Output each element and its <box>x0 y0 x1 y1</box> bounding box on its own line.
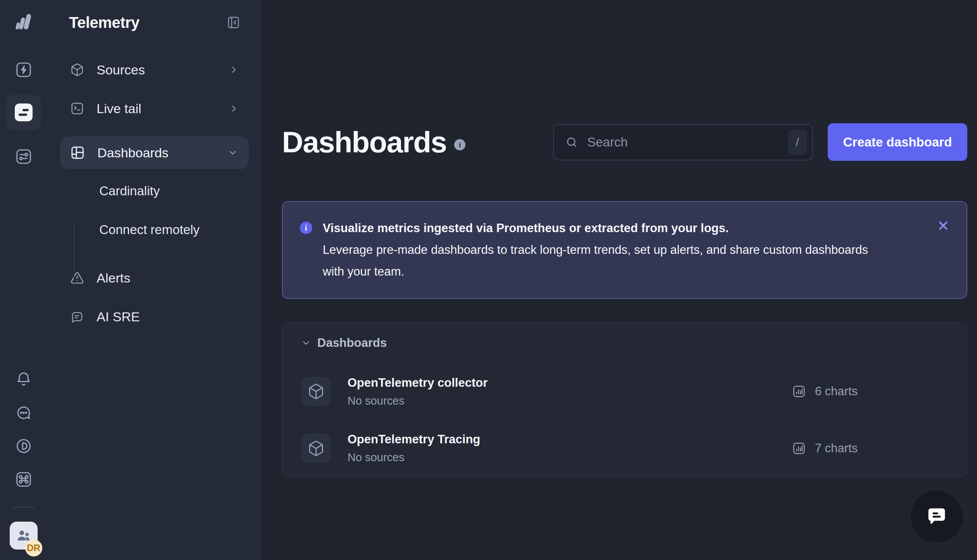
dashboard-tile <box>302 434 330 463</box>
dashboard-grid-icon <box>70 145 85 160</box>
info-circle-icon: i <box>300 222 312 234</box>
terminal-icon <box>70 102 84 115</box>
sidebar-subitem-label: Connect remotely <box>99 222 200 237</box>
chevron-right-icon <box>229 65 239 75</box>
dashboard-row-text: OpenTelemetry Tracing No sources <box>348 432 480 464</box>
search-box[interactable]: / <box>553 124 813 160</box>
sidebar-item-ai-sre[interactable]: AI SRE <box>48 297 260 336</box>
telemetry-logs-icon <box>15 103 33 121</box>
dashboard-row-text: OpenTelemetry collector No sources <box>348 376 488 407</box>
sidebar-item-label: Alerts <box>97 271 130 286</box>
dashboard-tile <box>302 377 330 406</box>
dashboard-charts-count: 6 charts <box>792 384 967 399</box>
chat-fab-button[interactable] <box>911 491 963 543</box>
subnav-tree-line <box>74 223 74 288</box>
app-logo-icon[interactable] <box>14 12 33 31</box>
sliders-icon <box>15 148 33 165</box>
telemetry-rail-button-selected[interactable] <box>6 95 42 130</box>
sidebar-item-sources[interactable]: Sources <box>48 50 260 89</box>
search-input[interactable] <box>587 135 788 150</box>
sidebar-item-label: AI SRE <box>97 309 140 324</box>
dashboard-sources: No sources <box>348 395 488 407</box>
warning-triangle-icon <box>70 271 84 285</box>
sidebar-subitem-label: Cardinality <box>99 184 160 198</box>
chat-lines-icon <box>70 310 84 324</box>
info-icon[interactable]: i <box>454 139 465 150</box>
banner-close-icon[interactable]: ✕ <box>934 217 953 235</box>
user-avatar[interactable]: DR <box>10 522 38 550</box>
sidebar-subitem-connect-remotely[interactable]: Connect remotely <box>48 212 260 248</box>
page-title: Dashboards <box>282 125 446 159</box>
charts-label: 6 charts <box>815 384 858 398</box>
panel-collapse-icon <box>226 15 241 30</box>
sidebar-nav: Sources Live tail Dashboards Cardinality… <box>48 50 260 336</box>
icon-rail: DR <box>0 0 47 560</box>
feedback-button[interactable] <box>15 404 33 422</box>
create-dashboard-button[interactable]: Create dashboard <box>828 123 967 161</box>
dashboard-charts-count: 7 charts <box>792 441 967 456</box>
search-shortcut-key: / <box>788 130 807 155</box>
section-title: Dashboards <box>317 336 387 350</box>
dashboard-row-opentelemetry-tracing[interactable]: OpenTelemetry Tracing No sources 7 chart… <box>282 420 967 476</box>
dashboard-sources: No sources <box>348 451 480 464</box>
dashboard-name: OpenTelemetry Tracing <box>348 432 480 446</box>
theme-toggle-button[interactable] <box>15 437 33 455</box>
cube-icon <box>308 383 325 400</box>
sidebar: Telemetry Sources Live tail <box>48 0 261 560</box>
bell-icon <box>15 371 32 388</box>
chevron-down-icon <box>228 148 238 158</box>
sidebar-item-label: Dashboards <box>97 145 168 160</box>
main-content: Dashboards i / Create dashboard i Visual… <box>261 0 977 560</box>
lightning-icon <box>15 61 33 79</box>
charts-label: 7 charts <box>815 441 858 455</box>
command-icon <box>15 470 33 488</box>
sidebar-item-dashboards-selected[interactable]: Dashboards <box>60 136 249 169</box>
search-icon <box>565 136 578 148</box>
collapse-sidebar-button[interactable] <box>226 15 241 30</box>
sidebar-title: Telemetry <box>69 14 140 31</box>
sidebar-item-live-tail[interactable]: Live tail <box>48 89 260 128</box>
dashboard-name: OpenTelemetry collector <box>348 376 488 390</box>
info-banner: i Visualize metrics ingested via Prometh… <box>282 201 967 299</box>
chat-bubble-icon <box>924 504 949 529</box>
bar-chart-icon <box>792 384 806 399</box>
chat-dots-icon <box>15 404 32 421</box>
chevron-right-icon <box>229 103 239 114</box>
user-initials-badge: DR <box>25 539 42 557</box>
sidebar-item-alerts[interactable]: Alerts <box>48 258 260 297</box>
cube-icon <box>70 63 84 77</box>
notifications-button[interactable] <box>15 370 33 388</box>
banner-text: Visualize metrics ingested via Prometheu… <box>323 217 877 284</box>
page-header: Dashboards i / Create dashboard <box>282 123 967 161</box>
bar-chart-icon <box>792 441 806 456</box>
contrast-icon <box>15 438 32 455</box>
settings-rail-button[interactable] <box>15 148 33 165</box>
dashboards-section-header[interactable]: Dashboards <box>282 323 967 363</box>
cube-icon <box>308 440 325 457</box>
banner-body: Leverage pre-made dashboards to track lo… <box>323 239 877 283</box>
dashboards-card: Dashboards OpenTelemetry collector No so… <box>282 322 967 477</box>
sidebar-header: Telemetry <box>48 0 260 32</box>
shortcuts-button[interactable] <box>15 470 33 488</box>
sidebar-item-label: Sources <box>97 62 145 78</box>
sidebar-subitem-cardinality[interactable]: Cardinality <box>48 173 260 209</box>
banner-title: Visualize metrics ingested via Prometheu… <box>323 217 877 239</box>
sidebar-item-label: Live tail <box>97 101 141 116</box>
rail-divider <box>12 507 35 508</box>
rail-bottom-group: DR <box>10 370 38 560</box>
pipeline-rail-button[interactable] <box>15 61 33 79</box>
dashboard-row-opentelemetry-collector[interactable]: OpenTelemetry collector No sources 6 cha… <box>282 363 967 420</box>
chevron-down-icon <box>301 338 311 348</box>
